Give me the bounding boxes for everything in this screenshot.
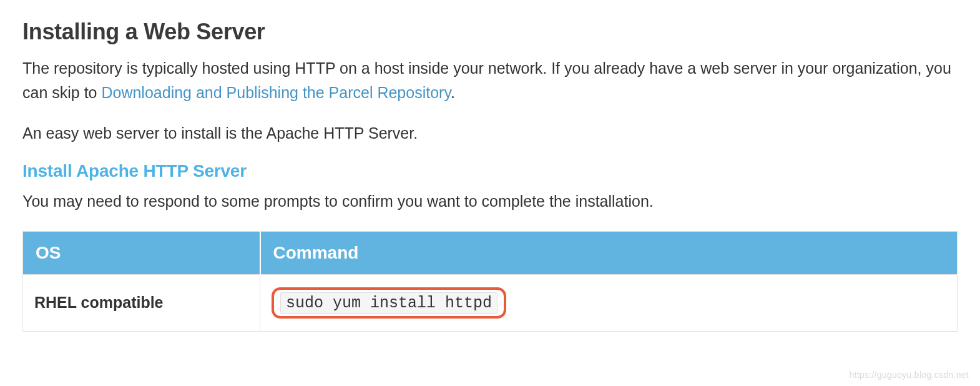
table-row: RHEL compatible sudo yum install httpd — [23, 274, 958, 331]
os-cell: RHEL compatible — [23, 274, 260, 331]
table-header-command: Command — [260, 231, 958, 274]
intro-text-1b: . — [451, 84, 455, 101]
table-header-os: OS — [23, 231, 260, 274]
parcel-repo-link[interactable]: Downloading and Publishing the Parcel Re… — [101, 84, 451, 101]
intro-paragraph-1: The repository is typically hosted using… — [22, 56, 958, 105]
command-highlight-box: sudo yum install httpd — [272, 287, 506, 319]
install-note-paragraph: You may need to respond to some prompts … — [22, 190, 958, 214]
install-command-table: OS Command RHEL compatible sudo yum inst… — [22, 231, 958, 332]
command-cell: sudo yum install httpd — [260, 274, 958, 331]
table-header-row: OS Command — [23, 231, 958, 274]
install-apache-subheading: Install Apache HTTP Server — [22, 161, 958, 181]
intro-paragraph-2: An easy web server to install is the Apa… — [22, 121, 958, 146]
install-command-code: sudo yum install httpd — [280, 292, 497, 314]
page-heading: Installing a Web Server — [22, 19, 958, 45]
